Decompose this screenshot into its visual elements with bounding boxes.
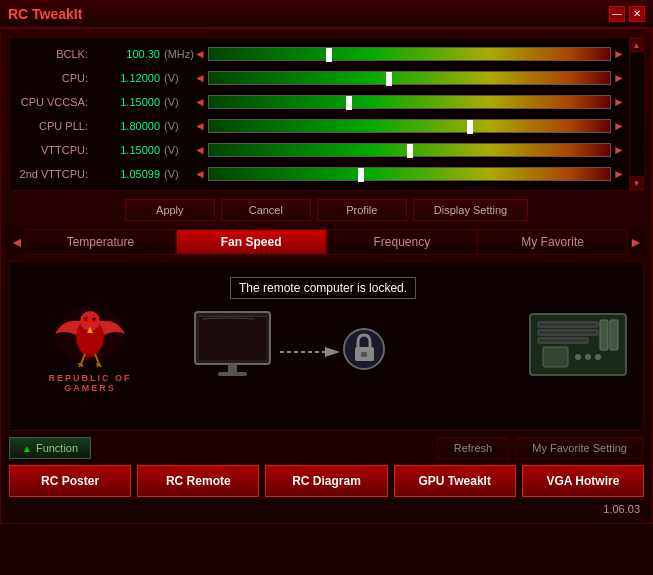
- scrollbar[interactable]: ▲ ▼: [629, 38, 643, 190]
- svg-rect-17: [361, 352, 367, 357]
- rc-poster-button[interactable]: RC Poster: [9, 465, 131, 497]
- label-cpu: CPU:: [14, 72, 94, 84]
- arrow-left-bclk[interactable]: ◄: [194, 47, 208, 61]
- arrow-left-cpu[interactable]: ◄: [194, 71, 208, 85]
- svg-point-6: [93, 318, 96, 321]
- value-vttcpu: 1.15000: [94, 144, 164, 156]
- app-title: RC TweakIt: [8, 6, 82, 22]
- tab-my-favorite[interactable]: My Favorite: [477, 229, 628, 255]
- label-pll: CPU PLL:: [14, 120, 94, 132]
- track-2ndvttcpu[interactable]: [208, 167, 611, 181]
- label-vttcpu: VTTCPU:: [14, 144, 94, 156]
- svg-point-26: [585, 354, 591, 360]
- rog-text: REPUBLIC OFGAMERS: [48, 373, 131, 393]
- lock-icon: [342, 327, 387, 372]
- svg-rect-11: [228, 364, 237, 372]
- rc-remote-button[interactable]: RC Remote: [137, 465, 259, 497]
- tab-right-arrow[interactable]: ►: [628, 230, 644, 254]
- tabs-container: ◄ Temperature Fan Speed Frequency My Fav…: [9, 229, 644, 255]
- arrow-right-vccsa[interactable]: ►: [611, 95, 625, 109]
- svg-rect-22: [600, 320, 608, 350]
- dashed-arrow-icon: [280, 342, 340, 362]
- title-bar: RC TweakIt — ✕: [0, 0, 653, 28]
- lock-message: The remote computer is locked.: [230, 277, 416, 299]
- minimize-button[interactable]: —: [609, 6, 625, 22]
- motherboard-icon: [528, 312, 628, 377]
- version-text: 1.06.03: [603, 503, 640, 515]
- svg-point-25: [575, 354, 581, 360]
- unit-2ndvttcpu: (V): [164, 168, 194, 180]
- svg-rect-23: [610, 320, 618, 350]
- version-bar: 1.06.03: [9, 503, 644, 515]
- label-vccsa: CPU VCCSA:: [14, 96, 94, 108]
- label-2ndvttcpu: 2nd VTTCPU:: [14, 168, 94, 180]
- tab-fan-speed[interactable]: Fan Speed: [176, 229, 327, 255]
- arrow-left-pll[interactable]: ◄: [194, 119, 208, 133]
- slider-row-vttcpu: VTTCPU: 1.15000 (V) ◄ ►: [14, 140, 625, 160]
- arrow-left-vttcpu[interactable]: ◄: [194, 143, 208, 157]
- svg-rect-10: [199, 316, 266, 360]
- scroll-down-button[interactable]: ▼: [630, 176, 644, 190]
- rc-diagram-button[interactable]: RC Diagram: [265, 465, 387, 497]
- scroll-track: [630, 52, 644, 176]
- tab-frequency[interactable]: Frequency: [327, 229, 478, 255]
- tab-temperature[interactable]: Temperature: [25, 229, 176, 255]
- title-buttons: — ✕: [609, 6, 645, 22]
- close-button[interactable]: ✕: [629, 6, 645, 22]
- bottom-buttons-row: RC Poster RC Remote RC Diagram GPU Tweak…: [9, 465, 644, 497]
- slider-row-pll: CPU PLL: 1.80000 (V) ◄ ►: [14, 116, 625, 136]
- value-pll: 1.80000: [94, 120, 164, 132]
- label-bclk: BCLK:: [14, 48, 94, 60]
- arrow-right-vttcpu[interactable]: ►: [611, 143, 625, 157]
- arrow-right-bclk[interactable]: ►: [611, 47, 625, 61]
- function-bar: ▲ Function Refresh My Favorite Setting: [9, 437, 644, 459]
- content-area: REPUBLIC OFGAMERS The remote computer is…: [9, 261, 644, 431]
- apply-button[interactable]: Apply: [125, 199, 215, 221]
- track-vttcpu[interactable]: [208, 143, 611, 157]
- display-setting-button[interactable]: Display Setting: [413, 199, 528, 221]
- gpu-tweakit-button[interactable]: GPU TweakIt: [394, 465, 516, 497]
- function-triangle-icon: ▲: [22, 443, 32, 454]
- tab-left-arrow[interactable]: ◄: [9, 230, 25, 254]
- track-bclk[interactable]: [208, 47, 611, 61]
- slider-row-2ndvttcpu: 2nd VTTCPU: 1.05099 (V) ◄ ►: [14, 164, 625, 184]
- svg-rect-20: [538, 330, 598, 335]
- unit-vccsa: (V): [164, 96, 194, 108]
- unit-bclk: (MHz): [164, 48, 194, 60]
- unit-pll: (V): [164, 120, 194, 132]
- profile-button[interactable]: Profile: [317, 199, 407, 221]
- rog-logo-area: REPUBLIC OFGAMERS: [20, 272, 160, 420]
- track-vccsa[interactable]: [208, 95, 611, 109]
- vga-hotwire-button[interactable]: VGA Hotwire: [522, 465, 644, 497]
- scroll-up-button[interactable]: ▲: [630, 38, 644, 52]
- arrow-left-vccsa[interactable]: ◄: [194, 95, 208, 109]
- value-2ndvttcpu: 1.05099: [94, 168, 164, 180]
- arrow-right-cpu[interactable]: ►: [611, 71, 625, 85]
- monitor-icon: [190, 307, 280, 382]
- slider-row-vccsa: CPU VCCSA: 1.15000 (V) ◄ ►: [14, 92, 625, 112]
- unit-cpu: (V): [164, 72, 194, 84]
- svg-rect-24: [543, 347, 568, 367]
- svg-rect-21: [538, 338, 588, 343]
- arrow-right-2ndvttcpu[interactable]: ►: [611, 167, 625, 181]
- function-label: Function: [36, 442, 78, 454]
- slider-row-cpu: CPU: 1.12000 (V) ◄ ►: [14, 68, 625, 88]
- value-bclk: 100.30: [94, 48, 164, 60]
- svg-point-5: [85, 318, 88, 321]
- sliders-section: BCLK: 100.30 (MHz) ◄ ► CPU: 1.12000 (V) …: [9, 37, 644, 191]
- svg-rect-19: [538, 322, 598, 327]
- track-cpu[interactable]: [208, 71, 611, 85]
- svg-marker-14: [325, 347, 340, 357]
- track-pll[interactable]: [208, 119, 611, 133]
- value-cpu: 1.12000: [94, 72, 164, 84]
- refresh-button[interactable]: Refresh: [437, 437, 510, 459]
- cancel-button[interactable]: Cancel: [221, 199, 311, 221]
- value-vccsa: 1.15000: [94, 96, 164, 108]
- arrow-left-2ndvttcpu[interactable]: ◄: [194, 167, 208, 181]
- my-favorite-setting-button[interactable]: My Favorite Setting: [515, 437, 644, 459]
- arrow-right-pll[interactable]: ►: [611, 119, 625, 133]
- unit-vttcpu: (V): [164, 144, 194, 156]
- function-button[interactable]: ▲ Function: [9, 437, 91, 459]
- lock-illustration-area: The remote computer is locked.: [170, 262, 633, 430]
- svg-point-27: [595, 354, 601, 360]
